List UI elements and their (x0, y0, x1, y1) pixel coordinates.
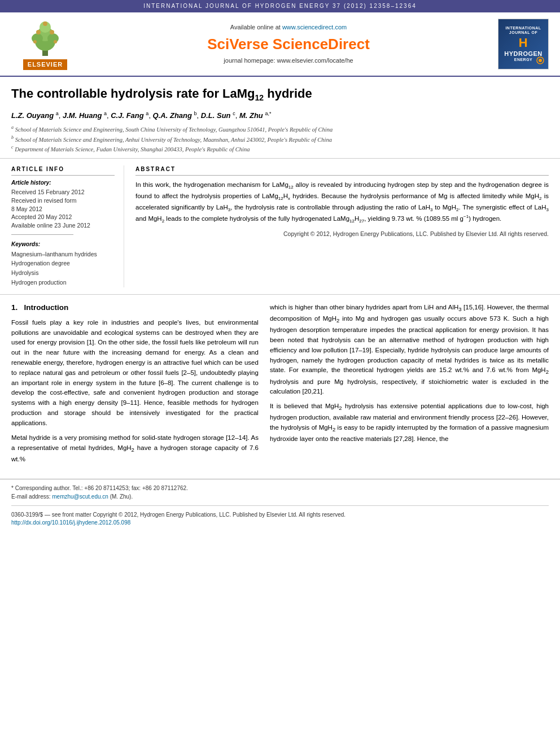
article-title: The controllable hydrolysis rate for LaM… (11, 86, 549, 103)
received-date: Received 15 February 2012 (11, 188, 115, 196)
revised-label: Received in revised form (11, 196, 115, 205)
svg-point-5 (47, 33, 59, 43)
center-header: Available online at www.sciencedirect.co… (79, 23, 498, 65)
elsevier-label: ELSEVIER (23, 59, 67, 70)
intro-heading: 1. Introduction (11, 303, 259, 313)
footer-divider (11, 505, 549, 506)
elsevier-tree-icon (23, 18, 68, 58)
available-online-text: Available online at www.sciencedirect.co… (90, 23, 487, 32)
cover-line2: JOURNAL OF (504, 30, 542, 35)
abstract-section: ABSTRACT In this work, the hydrogenation… (135, 165, 549, 287)
keywords-section: Keywords: Magnesium–lanthanum hydrides H… (11, 241, 115, 287)
elsevier-logo: ELSEVIER (11, 18, 79, 70)
intro-paragraph-1: Fossil fuels play a key role in industri… (11, 318, 259, 429)
footer-doi: http://dx.doi.org/10.1016/j.ijhydene.201… (11, 519, 549, 527)
journal-header-bar: INTERNATIONAL JOURNAL OF HYDROGEN ENERGY… (0, 0, 560, 12)
journal-homepage-text: journal homepage: www.elsevier.com/locat… (224, 57, 353, 64)
section-number: 1. (11, 303, 18, 312)
article-title-section: The controllable hydrolysis rate for LaM… (0, 77, 560, 159)
email-label: E-mail address: (11, 493, 50, 500)
article-info: ARTICLE INFO Article history: Received 1… (11, 165, 124, 287)
right-paragraph-1: which is higher than other binary hydrid… (270, 303, 549, 397)
affiliations: a School of Materials Science and Engine… (11, 124, 549, 154)
footnote-issn: 0360-3199/$ — see front matter Copyright… (11, 510, 549, 519)
top-logo-area: ELSEVIER Available online at www.science… (0, 12, 560, 77)
journal-header-text: INTERNATIONAL JOURNAL OF HYDROGEN ENERGY… (143, 3, 417, 9)
keyword-1: Magnesium–lanthanum hydrides (11, 250, 115, 259)
affiliation-a: a School of Materials Science and Engine… (11, 124, 549, 134)
sciverse-text: SciVerse (207, 36, 273, 53)
affiliation-c: c Department of Materials Science, Fudan… (11, 144, 549, 154)
journal-cover: INTERNATIONAL JOURNAL OF H HYDROGEN ENER… (498, 19, 549, 69)
footnote-corresponding: * Corresponding author. Tel.: +86 20 871… (11, 484, 549, 492)
keyword-4: Hydrogen production (11, 278, 115, 287)
footer-area: * Corresponding author. Tel.: +86 20 871… (0, 479, 560, 531)
keywords-label: Keywords: (11, 241, 115, 248)
accepted-date: Accepted 20 May 2012 (11, 213, 115, 221)
email-suffix: (M. Zhu). (110, 493, 133, 500)
section-title: Introduction (24, 303, 69, 312)
svg-point-9 (33, 40, 37, 43)
keyword-3: Hydrolysis (11, 268, 115, 278)
email-link[interactable]: memzhu@scut.edu.cn (52, 493, 108, 500)
svg-point-12 (539, 59, 542, 62)
left-column: 1. Introduction Fossil fuels play a key … (11, 303, 259, 469)
available-date: Available online 23 June 2012 (11, 221, 115, 230)
svg-point-8 (43, 21, 47, 26)
svg-point-10 (54, 40, 57, 43)
sciencedirect-link[interactable]: www.sciencedirect.com (282, 24, 347, 30)
cover-line1: INTERNATIONAL (504, 26, 542, 30)
keyword-2: Hydrogenation degree (11, 259, 115, 268)
article-history-label: Article history: (11, 179, 115, 187)
corresponding-author-text: * Corresponding author. Tel.: +86 20 871… (11, 485, 188, 491)
svg-point-4 (32, 33, 43, 43)
svg-point-7 (50, 30, 54, 34)
cover-h-letter: H (504, 36, 542, 50)
article-info-title: ARTICLE INFO (11, 165, 115, 176)
abstract-text: In this work, the hydrogenation mechanis… (135, 180, 549, 225)
journal-homepage: journal homepage: www.elsevier.com/locat… (90, 56, 487, 65)
right-column: which is higher than other binary hydrid… (270, 303, 549, 469)
footnote-email: E-mail address: memzhu@scut.edu.cn (M. Z… (11, 492, 549, 501)
affiliation-b: b School of Materials Science and Engine… (11, 134, 549, 144)
article-info-abstract: ARTICLE INFO Article history: Received 1… (0, 159, 560, 295)
authors-line: L.Z. Ouyang a, J.M. Huang a, C.J. Fang a… (11, 110, 549, 121)
right-paragraph-2: It is believed that MgH2 hydrolysis has … (270, 401, 549, 444)
svg-point-6 (36, 30, 41, 34)
intro-paragraph-2: Metal hydride is a very promising method… (11, 433, 259, 465)
sciverse-logo: SciVerse ScienceDirect (90, 34, 487, 54)
copyright-text: Copyright © 2012, Hydrogen Energy Public… (135, 230, 549, 238)
abstract-title: ABSTRACT (135, 165, 549, 176)
doi-link[interactable]: http://dx.doi.org/10.1016/j.ijhydene.201… (11, 519, 130, 526)
revised-date: 8 May 2012 (11, 205, 115, 213)
sciencedirect-text: ScienceDirect (273, 36, 370, 53)
main-content: 1. Introduction Fossil fuels play a key … (0, 295, 560, 477)
cover-logo-icon (535, 56, 546, 65)
